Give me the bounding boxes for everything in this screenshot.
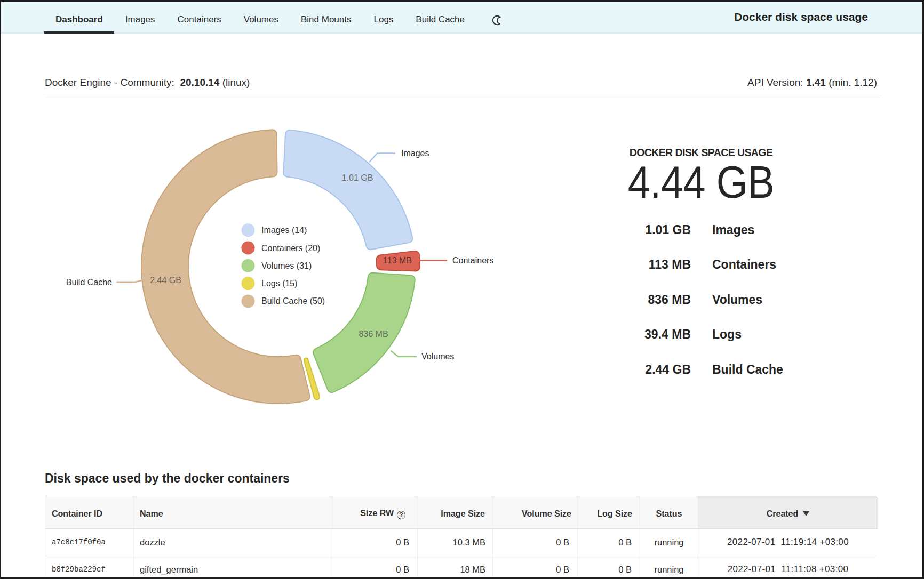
svg-text:Containers (20): Containers (20)	[261, 244, 320, 253]
svg-text:Volumes: Volumes	[421, 352, 454, 361]
svg-text:2.44 GB: 2.44 GB	[150, 276, 181, 285]
svg-text:Build Cache (50): Build Cache (50)	[261, 296, 325, 305]
svg-text:1.01 GB: 1.01 GB	[342, 173, 373, 182]
svg-text:836 MB: 836 MB	[359, 329, 388, 339]
svg-text:Images: Images	[401, 149, 429, 158]
svg-text:Containers: Containers	[452, 256, 493, 265]
svg-text:Build Cache: Build Cache	[66, 278, 112, 287]
svg-text:Logs (15): Logs (15)	[261, 279, 298, 288]
svg-text:Volumes (31): Volumes (31)	[261, 261, 312, 270]
svg-text:Images (14): Images (14)	[261, 226, 307, 235]
svg-text:113 MB: 113 MB	[383, 256, 412, 265]
